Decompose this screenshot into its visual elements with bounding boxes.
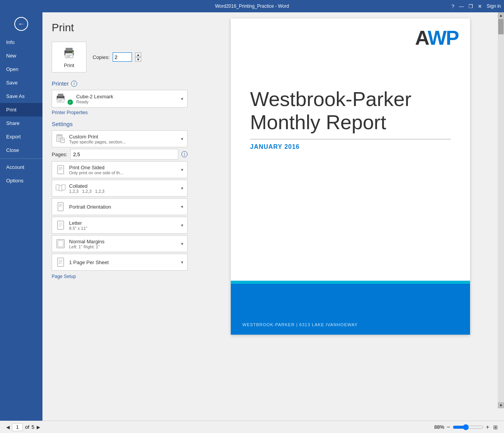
sided-arrow: ▼ xyxy=(180,168,184,172)
printer-selector-icon xyxy=(55,93,66,103)
settings-pages-per-sheet[interactable]: 1 Page Per Sheet ▼ xyxy=(52,254,188,271)
sign-in-button[interactable]: Sign in xyxy=(487,3,501,9)
sidebar-item-new[interactable]: New xyxy=(0,49,42,62)
custom-print-arrow: ▼ xyxy=(180,137,184,141)
doc-main-title: Westbrook-Parker Monthly Report JANUARY … xyxy=(250,88,451,150)
custom-print-icon xyxy=(55,133,66,144)
fit-page-button[interactable]: ⊞ xyxy=(493,424,498,430)
zoom-slider[interactable] xyxy=(453,424,484,430)
settings-custom-print[interactable]: Custom Print Type specific pages, sectio… xyxy=(52,130,188,147)
help-button[interactable]: ? xyxy=(452,3,454,9)
copies-input[interactable] xyxy=(113,52,132,62)
printer-properties-link[interactable]: Printer Properties xyxy=(52,110,188,115)
printer-section-heading: Printer i xyxy=(52,80,188,87)
sidebar-item-account[interactable]: Account xyxy=(0,160,42,174)
sidebar-item-open[interactable]: Open xyxy=(0,62,42,76)
sidebar-item-saveas[interactable]: Save As xyxy=(0,89,42,103)
svg-rect-7 xyxy=(58,94,63,96)
margins-icon xyxy=(55,238,66,249)
sided-info: Print One Sided Only print on one side o… xyxy=(69,165,177,175)
pages-label: Pages: xyxy=(52,152,67,157)
pages-per-sheet-arrow: ▼ xyxy=(180,260,184,265)
custom-print-sub: Type specific pages, section... xyxy=(69,140,177,144)
settings-orientation[interactable]: Portrait Orientation ▼ xyxy=(52,198,188,215)
printer-dropdown-arrow: ▼ xyxy=(180,97,184,101)
margins-info: Normal Margins Left: 1" Right: 1" xyxy=(69,239,177,249)
sidebar-item-share[interactable]: Share xyxy=(0,116,42,130)
printer-selector[interactable]: ✓ Cube-2 Lexmark Ready ▼ xyxy=(52,90,188,108)
orientation-icon xyxy=(55,201,66,212)
orientation-arrow: ▼ xyxy=(180,205,184,209)
printer-status: Ready xyxy=(76,99,177,104)
svg-rect-10 xyxy=(58,101,62,101)
print-btn-label: Print xyxy=(64,62,74,68)
back-icon: ← xyxy=(14,17,28,31)
minimize-button[interactable]: — xyxy=(459,3,464,9)
printer-info-icon[interactable]: i xyxy=(71,81,77,87)
settings-margins[interactable]: Normal Margins Left: 1" Right: 1" ▼ xyxy=(52,235,188,252)
scroll-thumb xyxy=(498,19,504,34)
sidebar-item-export[interactable]: Export xyxy=(0,130,42,143)
sidebar-item-close[interactable]: Close xyxy=(0,143,42,157)
close-button[interactable]: ✕ xyxy=(478,3,482,9)
status-bar: ◀ of 5 ▶ 88% − + ⊞ xyxy=(0,421,504,433)
preview-scrollbar[interactable]: ▲ ▼ xyxy=(498,12,504,408)
print-button-area: Print Copies: ▲ ▼ xyxy=(52,42,188,72)
sidebar-item-save[interactable]: Save xyxy=(0,76,42,89)
zoom-in-button[interactable]: + xyxy=(486,424,489,431)
page-nav: ◀ of 5 ▶ xyxy=(6,423,40,431)
svg-rect-3 xyxy=(66,55,72,56)
zoom-out-button[interactable]: − xyxy=(446,424,450,431)
copies-area: Copies: ▲ ▼ xyxy=(93,52,141,62)
scroll-down-button[interactable]: ▼ xyxy=(498,402,504,408)
svg-rect-25 xyxy=(62,185,65,190)
svg-rect-4 xyxy=(66,56,70,57)
sidebar: ← Info New Open Save Save As Print Share… xyxy=(0,12,42,421)
copies-down-button[interactable]: ▼ xyxy=(135,57,141,62)
pages-per-sheet-icon xyxy=(55,257,66,268)
settings-section-heading: Settings xyxy=(52,121,188,127)
printer-icon-container: ✓ xyxy=(55,93,73,105)
sidebar-item-print[interactable]: Print xyxy=(0,103,42,116)
doc-footer-band: WESTBROOK-PARKER | 6313 LAKE IVANHOEWAY xyxy=(231,281,470,335)
sidebar-item-info[interactable]: Info xyxy=(0,35,42,49)
pages-info-icon[interactable]: i xyxy=(181,151,188,157)
margins-arrow: ▼ xyxy=(180,242,184,246)
copies-up-button[interactable]: ▲ xyxy=(135,52,141,57)
print-title: Print xyxy=(52,22,188,34)
page-next-button[interactable]: ▶ xyxy=(37,425,40,430)
margins-main: Normal Margins xyxy=(69,239,177,244)
svg-rect-37 xyxy=(58,258,64,266)
doc-subtitle: JANUARY 2016 xyxy=(250,143,451,150)
doc-logo-area: AWP xyxy=(415,26,458,49)
pages-per-sheet-info: 1 Page Per Sheet xyxy=(69,259,177,265)
page-number-input[interactable] xyxy=(12,423,23,431)
collated-info: Collated 1,2,3 1,2,3 1,2,3 xyxy=(69,183,177,194)
sidebar-item-options[interactable]: Options xyxy=(0,174,42,187)
back-button[interactable]: ← xyxy=(0,12,42,35)
orientation-info: Portrait Orientation xyxy=(69,204,177,210)
settings-collated[interactable]: Collated 1,2,3 1,2,3 1,2,3 ▼ xyxy=(52,180,188,197)
pages-input[interactable] xyxy=(70,149,178,160)
zoom-area: 88% − + ⊞ xyxy=(434,424,498,431)
scroll-up-button[interactable]: ▲ xyxy=(498,12,504,19)
doc-title-divider xyxy=(250,139,451,140)
print-button[interactable]: Print xyxy=(52,42,86,72)
printer-info: Cube-2 Lexmark Ready xyxy=(76,94,177,104)
collated-main: Collated xyxy=(69,183,177,189)
custom-print-main: Custom Print xyxy=(69,134,177,140)
zoom-percentage: 88% xyxy=(434,424,444,430)
sided-sub: Only print on one side of th... xyxy=(69,170,177,175)
printer-name: Cube-2 Lexmark xyxy=(76,94,177,99)
doc-highlight-bar xyxy=(231,281,470,284)
page-prev-button[interactable]: ◀ xyxy=(6,425,10,430)
collated-sub: 1,2,3 1,2,3 1,2,3 xyxy=(69,189,177,194)
copies-spinner: ▲ ▼ xyxy=(135,52,141,62)
svg-point-5 xyxy=(72,52,74,53)
page-of-label: of xyxy=(25,424,29,430)
settings-paper[interactable]: Letter 8.5" x 11" ▼ xyxy=(52,217,188,234)
page-preview: AWP Westbrook-Parker Monthly Report JANU… xyxy=(231,19,470,335)
settings-sided[interactable]: Print One Sided Only print on one side o… xyxy=(52,161,188,178)
page-setup-link[interactable]: Page Setup xyxy=(52,274,188,279)
restore-button[interactable]: ❐ xyxy=(468,3,473,9)
